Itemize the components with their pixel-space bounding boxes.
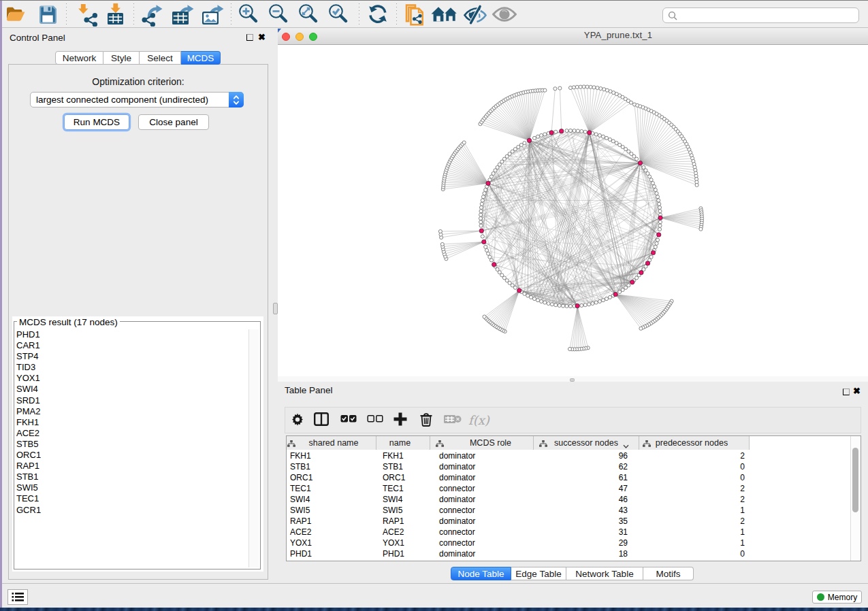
- toolbar-separator: [66, 3, 67, 25]
- cell: 1: [704, 527, 745, 538]
- table-scrollbar-thumb[interactable]: [852, 448, 858, 512]
- import-network-icon[interactable]: [76, 3, 99, 29]
- table-row[interactable]: SWI4SWI4dominator462: [287, 494, 750, 505]
- mcds-result-scrollbar[interactable]: [248, 329, 259, 567]
- memory-button[interactable]: Memory: [812, 591, 862, 604]
- show-selected-icon[interactable]: [492, 3, 517, 28]
- zoom-fit-icon[interactable]: [298, 3, 320, 28]
- mcds-result-item[interactable]: RAP1: [16, 461, 248, 472]
- network-view-titlebar[interactable]: YPA_prune.txt_1: [278, 29, 868, 45]
- zoom-selected-icon[interactable]: [328, 3, 350, 28]
- mcds-result-fieldset: MCDS result (17 nodes) PHD1CAR1STP4TID3Y…: [14, 321, 261, 569]
- table-row[interactable]: TEC1TEC1connector472: [287, 483, 750, 494]
- mcds-result-item[interactable]: ORC1: [16, 450, 248, 461]
- clone-network-icon[interactable]: [404, 3, 426, 29]
- table-row[interactable]: FKH1FKH1dominator962: [287, 450, 750, 461]
- cell: 2: [704, 516, 745, 527]
- mcds-result-item[interactable]: PHD1: [16, 329, 248, 340]
- mcds-result-item[interactable]: PMA2: [16, 406, 248, 417]
- horizontal-splitter[interactable]: [278, 376, 868, 382]
- mcds-result-item[interactable]: TEC1: [16, 493, 248, 504]
- vertical-splitter-grip[interactable]: [273, 303, 278, 314]
- table-panel-tabs: Node TableEdge TableNetwork TableMotifs: [451, 567, 694, 580]
- mcds-result-item[interactable]: STP4: [16, 351, 248, 362]
- open-file-icon[interactable]: [5, 3, 26, 28]
- close-panel-button[interactable]: Close panel: [138, 114, 209, 130]
- table-panel-close-icon[interactable]: ✖: [853, 386, 861, 396]
- run-mcds-button[interactable]: Run MCDS: [64, 114, 129, 130]
- cell: RAP1: [290, 516, 311, 527]
- mcds-result-item[interactable]: SWI5: [16, 482, 248, 493]
- toolbar-separator: [231, 3, 231, 25]
- table-row[interactable]: ORC1ORC1dominator610: [287, 472, 750, 483]
- export-table-icon[interactable]: [171, 3, 195, 29]
- table-row[interactable]: STB1STB1dominator620: [287, 461, 750, 472]
- memory-label: Memory: [828, 593, 857, 602]
- mcds-result-item[interactable]: STB5: [16, 439, 248, 450]
- mcds-result-item[interactable]: STB1: [16, 472, 248, 482]
- search-box[interactable]: [662, 7, 859, 23]
- mcds-result-item[interactable]: SRD1: [16, 395, 248, 406]
- column-header-predecessor-nodes[interactable]: predecessor nodes: [639, 436, 750, 450]
- search-input[interactable]: [677, 11, 858, 20]
- save-session-icon[interactable]: [37, 3, 58, 28]
- mcds-result-item[interactable]: GCR1: [16, 505, 248, 516]
- table-panel-float-icon[interactable]: [843, 389, 850, 395]
- tab-network-table[interactable]: Network Table: [566, 567, 643, 580]
- control-panel: Control Panel ✖ NetworkStyleSelectMCDS O…: [2, 29, 273, 583]
- desktop-wallpaper-left: [0, 1, 2, 608]
- table-row[interactable]: RAP1RAP1dominator352: [287, 516, 750, 527]
- panel-menu-button[interactable]: [7, 589, 28, 605]
- control-panel-float-icon[interactable]: [246, 34, 253, 41]
- show-all-networks-icon[interactable]: [431, 3, 458, 28]
- network-view-window: YPA_prune.txt_1: [278, 29, 868, 376]
- column-header-MCDS-role[interactable]: MCDS role: [430, 436, 534, 450]
- mcds-result-item[interactable]: TID3: [16, 362, 248, 373]
- column-header-successor-nodes[interactable]: successor nodes: [534, 436, 639, 450]
- column-header-name[interactable]: name: [376, 436, 430, 450]
- mcds-result-panel: MCDS result (17 nodes) PHD1CAR1STP4TID3Y…: [12, 316, 263, 572]
- import-table-icon[interactable]: [104, 3, 127, 29]
- export-image-icon[interactable]: [201, 3, 225, 29]
- table-row[interactable]: YOX1YOX1connector291: [287, 538, 750, 548]
- network-canvas[interactable]: [278, 45, 868, 376]
- vertical-splitter[interactable]: [273, 29, 278, 583]
- network-view-title: YPA_prune.txt_1: [278, 30, 868, 40]
- criterion-dropdown[interactable]: largest connected component (undirected): [30, 92, 244, 108]
- export-network-icon[interactable]: [141, 3, 164, 29]
- tab-select[interactable]: Select: [140, 51, 181, 65]
- search-icon: [668, 11, 677, 20]
- select-all-icon[interactable]: [340, 412, 357, 429]
- delete-row-icon[interactable]: [419, 412, 433, 429]
- cell: TEC1: [290, 483, 311, 494]
- control-panel-close-icon[interactable]: ✖: [258, 33, 266, 42]
- mcds-result-item[interactable]: SWI4: [16, 384, 248, 395]
- tab-mcds[interactable]: MCDS: [181, 51, 221, 65]
- add-row-icon[interactable]: [393, 412, 408, 429]
- mcds-result-list[interactable]: PHD1CAR1STP4TID3YOX1SWI4SRD1PMA2FKH1ACE2…: [16, 329, 248, 567]
- tab-motifs[interactable]: Motifs: [643, 567, 694, 580]
- zoom-in-icon[interactable]: [238, 3, 260, 28]
- mcds-result-item[interactable]: FKH1: [16, 417, 248, 428]
- tab-style[interactable]: Style: [103, 51, 140, 65]
- refresh-icon[interactable]: [366, 3, 389, 28]
- tab-node-table[interactable]: Node Table: [451, 567, 511, 580]
- table-row[interactable]: ACE2ACE2connector311: [287, 527, 750, 538]
- show-column-icon[interactable]: [314, 412, 329, 429]
- deselect-all-icon[interactable]: [367, 412, 383, 429]
- zoom-out-icon[interactable]: [268, 3, 290, 28]
- table-row[interactable]: SWI5SWI5connector431: [287, 505, 750, 516]
- function-builder-button[interactable]: f(x): [468, 413, 489, 427]
- delete-table-icon[interactable]: [444, 412, 462, 429]
- tab-edge-table[interactable]: Edge Table: [511, 567, 566, 580]
- hide-selected-icon[interactable]: [463, 3, 487, 28]
- table-scrollbar[interactable]: [850, 436, 861, 561]
- tab-network[interactable]: Network: [55, 51, 103, 65]
- table-options-gear-icon[interactable]: [291, 412, 304, 429]
- column-header-shared-name[interactable]: shared name: [287, 436, 376, 450]
- memory-status-dot: [817, 593, 824, 601]
- mcds-result-item[interactable]: CAR1: [16, 340, 248, 351]
- table-row[interactable]: PHD1PHD1dominator180: [287, 548, 750, 559]
- mcds-result-item[interactable]: ACE2: [16, 428, 248, 439]
- mcds-result-item[interactable]: YOX1: [16, 373, 248, 384]
